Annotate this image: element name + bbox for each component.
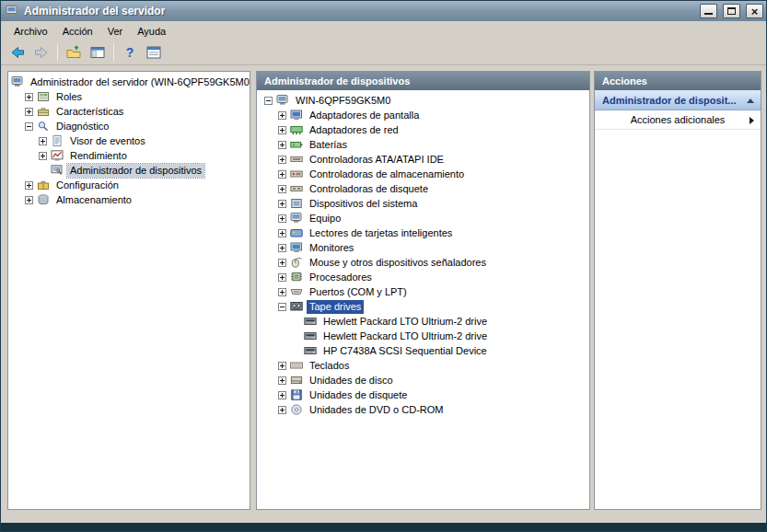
tree-item-label[interactable]: Dispositivos del sistema — [307, 197, 420, 211]
expand-icon[interactable] — [278, 244, 286, 252]
expand-icon[interactable] — [278, 141, 286, 149]
tree-item-label[interactable]: Controladoras ATA/ATAPI IDE — [307, 153, 447, 167]
expand-icon[interactable] — [25, 93, 33, 101]
tree-item-puertos-com-y-lpt[interactable]: Puertos (COM y LPT) — [264, 284, 587, 299]
expand-icon[interactable] — [278, 259, 286, 267]
tree-item-administrador-del-servidor-win-6qpf59gk5m0[interactable]: Administrador del servidor (WIN-6QPF59GK… — [11, 75, 248, 89]
tree-item-unidades-de-disco[interactable]: Unidades de disco — [264, 373, 587, 387]
tree-item-lectores-de-tarjetas-inteligentes[interactable]: Lectores de tarjetas inteligentes — [264, 226, 587, 240]
tree-item-label[interactable]: WIN-6QPF59GK5M0 — [293, 94, 393, 108]
tree-item-label[interactable]: Lectores de tarjetas inteligentes — [307, 226, 455, 240]
expand-icon[interactable] — [39, 152, 47, 160]
tree-item-label[interactable]: Adaptadores de pantalla — [307, 109, 422, 122]
tree-item-procesadores[interactable]: Procesadores — [264, 270, 587, 284]
tree-item-label[interactable]: Configuración — [53, 179, 122, 192]
properties-button[interactable] — [143, 42, 165, 63]
tree-item-dispositivos-del-sistema[interactable]: Dispositivos del sistema — [264, 196, 587, 211]
tree-item-label[interactable]: Baterías — [307, 138, 350, 152]
minimize-button[interactable] — [700, 4, 717, 18]
tree-item-label[interactable]: Almacenamiento — [53, 193, 134, 207]
tree-item-teclados[interactable]: Teclados — [264, 358, 587, 373]
expand-icon[interactable] — [278, 214, 286, 223]
tree-item-caracteristicas[interactable]: Características — [11, 104, 248, 119]
forward-button[interactable] — [30, 42, 52, 63]
expand-icon[interactable] — [278, 156, 286, 164]
tree-item-label[interactable]: Rendimiento — [67, 149, 130, 163]
tree-item-diagnostico[interactable]: Diagnóstico — [11, 119, 248, 133]
collapse-icon[interactable] — [278, 303, 286, 311]
tree-item-label[interactable]: Características — [53, 105, 126, 119]
tree-item-label[interactable]: Roles — [53, 90, 85, 104]
show-console-tree-button[interactable] — [87, 42, 109, 63]
tree-item-label[interactable]: Visor de eventos — [67, 134, 148, 148]
actions-group-header[interactable]: Administrador de disposit... — [595, 90, 761, 110]
expand-icon[interactable] — [25, 181, 33, 190]
tree-item-label[interactable]: HP C7438A SCSI Sequential Device — [320, 344, 490, 358]
tree-item-label[interactable]: Procesadores — [307, 271, 375, 284]
tree-item-label[interactable]: Unidades de disco — [307, 374, 396, 387]
tree-item-label[interactable]: Equipo — [307, 212, 343, 226]
tree-item-label[interactable]: Tape drives — [307, 300, 364, 314]
menu-item-ver[interactable]: Ver — [100, 23, 131, 40]
tree-item-tape-drives[interactable]: Tape drives — [264, 299, 587, 314]
menu-item-archivo[interactable]: Archivo — [6, 23, 55, 40]
tree-item-label[interactable]: Controladoras de almacenamiento — [307, 168, 467, 181]
tree-item-controladoras-ata-atapi-ide[interactable]: Controladoras ATA/ATAPI IDE — [264, 152, 587, 167]
tree-item-monitores[interactable]: Monitores — [264, 240, 587, 255]
tree-item-controladoras-de-disquete[interactable]: Controladoras de disquete — [264, 181, 587, 196]
expand-icon[interactable] — [25, 108, 33, 116]
expand-icon[interactable] — [278, 111, 286, 120]
tree-item-roles[interactable]: Roles — [11, 89, 248, 104]
tree-item-label[interactable]: Administrador del servidor (WIN-6QPF59GK… — [28, 75, 250, 89]
tree-item-hewlett-packard-lto-ultrium-2-drive[interactable]: Hewlett Packard LTO Ultrium-2 drive — [264, 314, 587, 329]
tree-item-rendimiento[interactable]: Rendimiento — [11, 148, 248, 163]
title-bar[interactable]: Administrador del servidor — [1, 1, 766, 21]
maximize-button[interactable] — [723, 4, 740, 18]
tree-item-hewlett-packard-lto-ultrium-2-drive[interactable]: Hewlett Packard LTO Ultrium-2 drive — [264, 329, 587, 343]
expand-icon[interactable] — [278, 273, 286, 282]
expand-icon[interactable] — [278, 126, 286, 134]
tree-item-label[interactable]: Hewlett Packard LTO Ultrium-2 drive — [320, 330, 490, 343]
expand-icon[interactable] — [278, 362, 286, 370]
collapse-icon[interactable] — [264, 97, 273, 105]
expand-icon[interactable] — [25, 196, 33, 204]
additional-actions-item[interactable]: Acciones adicionales — [595, 110, 761, 130]
expand-icon[interactable] — [278, 185, 286, 193]
tree-item-label[interactable]: Mouse y otros dispositivos señaladores — [307, 256, 489, 270]
help-button[interactable]: ? — [119, 42, 141, 63]
tree-item-label[interactable]: Hewlett Packard LTO Ultrium-2 drive — [320, 315, 490, 329]
expand-icon[interactable] — [39, 137, 47, 145]
tree-item-label[interactable]: Puertos (COM y LPT) — [307, 285, 410, 299]
tree-item-adaptadores-de-pantalla[interactable]: Adaptadores de pantalla — [264, 108, 587, 122]
back-button[interactable] — [6, 42, 29, 63]
tree-item-win-6qpf59gk5m0[interactable]: WIN-6QPF59GK5M0 — [264, 93, 587, 108]
expand-icon[interactable] — [278, 170, 286, 179]
expand-icon[interactable] — [278, 229, 286, 237]
expand-icon[interactable] — [278, 288, 286, 296]
close-button[interactable] — [746, 4, 763, 18]
collapse-chevron-icon[interactable] — [747, 98, 754, 103]
tree-item-mouse-y-otros-dispositivos-senaladores[interactable]: Mouse y otros dispositivos señaladores — [264, 255, 587, 270]
tree-item-visor-de-eventos[interactable]: Visor de eventos — [11, 133, 248, 148]
tree-item-controladoras-de-almacenamiento[interactable]: Controladoras de almacenamiento — [264, 167, 587, 181]
tree-item-label[interactable]: Controladoras de disquete — [307, 182, 431, 196]
tree-item-label[interactable]: Unidades de disquete — [307, 388, 410, 402]
expand-icon[interactable] — [278, 200, 286, 208]
tree-item-baterias[interactable]: Baterías — [264, 137, 587, 152]
tree-item-almacenamiento[interactable]: Almacenamiento — [11, 192, 248, 207]
menu-item-ayuda[interactable]: Ayuda — [130, 23, 173, 40]
tree-item-label[interactable]: Administrador de dispositivos — [67, 164, 204, 178]
tree-item-configuracion[interactable]: Configuración — [11, 178, 248, 192]
tree-item-label[interactable]: Adaptadores de red — [307, 123, 401, 137]
export-list-button[interactable] — [63, 42, 85, 63]
tree-item-unidades-de-disquete[interactable]: Unidades de disquete — [264, 387, 587, 402]
menu-item-accion[interactable]: Acción — [55, 23, 100, 40]
tree-item-adaptadores-de-red[interactable]: Adaptadores de red — [264, 122, 587, 137]
tree-item-unidades-de-dvd-o-cd-rom[interactable]: Unidades de DVD o CD-ROM — [264, 402, 587, 417]
collapse-icon[interactable] — [25, 122, 33, 131]
tree-item-label[interactable]: Monitores — [307, 241, 356, 255]
expand-icon[interactable] — [278, 406, 286, 414]
tree-item-hp-c7438a-scsi-sequential-device[interactable]: HP C7438A SCSI Sequential Device — [264, 343, 587, 358]
tree-item-label[interactable]: Unidades de DVD o CD-ROM — [307, 403, 447, 417]
expand-icon[interactable] — [278, 376, 286, 385]
